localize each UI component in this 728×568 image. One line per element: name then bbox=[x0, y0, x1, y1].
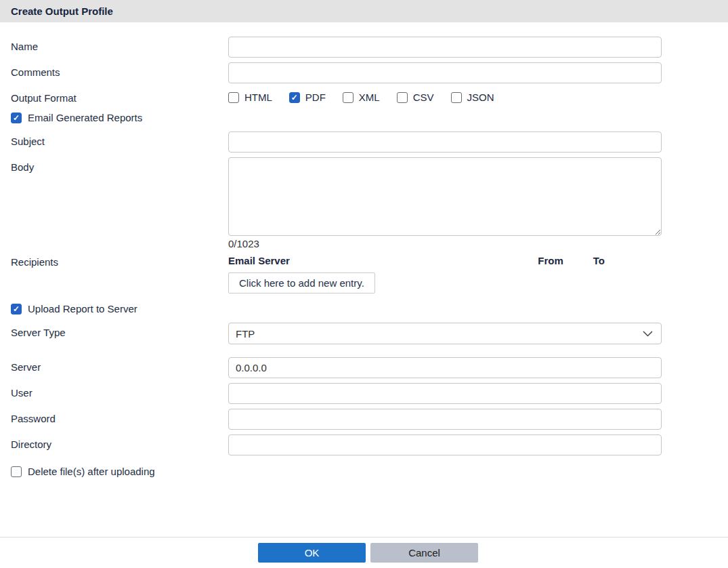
directory-label: Directory bbox=[0, 434, 228, 455]
subject-label: Subject bbox=[0, 131, 228, 153]
server-row: Server bbox=[0, 357, 728, 378]
password-row: Password bbox=[0, 409, 728, 430]
server-label: Server bbox=[0, 357, 228, 378]
chevron-down-icon bbox=[643, 331, 653, 337]
dialog-header: Create Output Profile bbox=[0, 0, 728, 22]
name-label: Name bbox=[0, 37, 228, 58]
recipients-table-header: Email Server From To bbox=[228, 255, 662, 266]
server-input[interactable] bbox=[228, 357, 662, 378]
recipients-column-to: To bbox=[593, 255, 605, 266]
format-option-label: PDF bbox=[305, 92, 326, 103]
create-output-profile-dialog: Create Output Profile Name Comments Outp… bbox=[0, 0, 728, 568]
html-checkbox-icon[interactable] bbox=[228, 92, 239, 103]
dialog-title: Create Output Profile bbox=[11, 5, 113, 17]
pdf-checkbox-icon[interactable] bbox=[289, 92, 300, 103]
format-option-xml[interactable]: XML bbox=[343, 92, 380, 103]
cancel-button[interactable]: Cancel bbox=[370, 543, 478, 563]
upload-report-label: Upload Report to Server bbox=[28, 303, 137, 315]
name-row: Name bbox=[0, 37, 728, 58]
delete-after-upload-checkbox[interactable]: Delete file(s) after uploading bbox=[0, 466, 728, 477]
server-type-label: Server Type bbox=[0, 323, 228, 344]
comments-input[interactable] bbox=[228, 62, 662, 83]
ok-button[interactable]: OK bbox=[258, 543, 366, 563]
format-option-label: HTML bbox=[244, 92, 272, 103]
body-textarea[interactable] bbox=[228, 157, 662, 236]
csv-checkbox-icon[interactable] bbox=[397, 92, 408, 103]
directory-row: Directory bbox=[0, 434, 728, 455]
xml-checkbox-icon[interactable] bbox=[343, 92, 354, 103]
subject-row: Subject bbox=[0, 131, 728, 153]
body-row: Body 0/1023 bbox=[0, 157, 728, 249]
recipients-column-from: From bbox=[538, 255, 563, 266]
password-input[interactable] bbox=[228, 409, 662, 430]
user-input[interactable] bbox=[228, 383, 662, 404]
format-option-csv[interactable]: CSV bbox=[397, 92, 434, 103]
email-generated-reports-checkbox[interactable]: Email Generated Reports bbox=[0, 112, 728, 123]
server-type-value: FTP bbox=[236, 328, 255, 340]
json-checkbox-icon[interactable] bbox=[451, 92, 462, 103]
comments-row: Comments bbox=[0, 62, 728, 83]
output-profile-form: Name Comments Output Format HTML bbox=[0, 22, 728, 485]
recipients-column-email-server: Email Server bbox=[228, 255, 290, 266]
delete-after-upload-checkbox-icon[interactable] bbox=[11, 466, 22, 477]
recipients-label: Recipients bbox=[0, 252, 228, 293]
output-format-options: HTML PDF XML CSV bbox=[228, 88, 662, 103]
output-format-row: Output Format HTML PDF XML bbox=[0, 88, 728, 104]
user-label: User bbox=[0, 383, 228, 404]
server-type-select[interactable]: FTP bbox=[228, 323, 662, 344]
output-format-label: Output Format bbox=[0, 88, 228, 104]
password-label: Password bbox=[0, 409, 228, 430]
add-recipient-button[interactable]: Click here to add new entry. bbox=[228, 272, 375, 293]
user-row: User bbox=[0, 383, 728, 404]
directory-input[interactable] bbox=[228, 434, 662, 455]
format-option-pdf[interactable]: PDF bbox=[289, 92, 326, 103]
upload-report-checkbox-icon[interactable] bbox=[11, 304, 22, 315]
format-option-label: JSON bbox=[467, 92, 494, 103]
name-input[interactable] bbox=[228, 37, 662, 58]
format-option-label: CSV bbox=[413, 92, 434, 103]
dialog-footer: OK Cancel bbox=[0, 537, 728, 568]
server-type-row: Server Type FTP bbox=[0, 323, 728, 344]
email-generated-reports-checkbox-icon[interactable] bbox=[11, 113, 22, 123]
delete-after-upload-label: Delete file(s) after uploading bbox=[28, 466, 155, 477]
email-generated-reports-label: Email Generated Reports bbox=[28, 112, 142, 123]
format-option-json[interactable]: JSON bbox=[451, 92, 494, 103]
body-char-counter: 0/1023 bbox=[228, 238, 662, 249]
recipients-row: Recipients Email Server From To Click he… bbox=[0, 252, 728, 293]
body-label: Body bbox=[0, 157, 228, 249]
upload-report-checkbox[interactable]: Upload Report to Server bbox=[0, 303, 728, 315]
subject-input[interactable] bbox=[228, 131, 662, 153]
format-option-label: XML bbox=[359, 92, 380, 103]
comments-label: Comments bbox=[0, 62, 228, 83]
format-option-html[interactable]: HTML bbox=[228, 92, 272, 103]
